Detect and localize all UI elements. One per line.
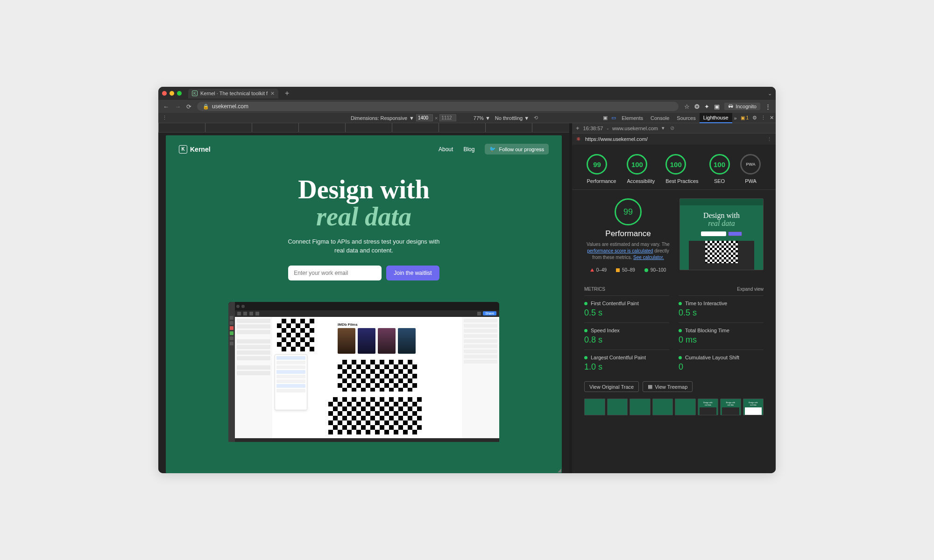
- score-seo[interactable]: 100SEO: [709, 154, 730, 184]
- score-accessibility[interactable]: 100Accessibility: [627, 154, 655, 184]
- tab-console[interactable]: Console: [647, 113, 673, 123]
- metric-fcp[interactable]: First Contentful Paint0.5 s: [584, 295, 669, 322]
- cta-row: Join the waitlist: [166, 266, 562, 280]
- filmstrip-frame[interactable]: [607, 399, 628, 415]
- panel-icon[interactable]: ▣: [714, 103, 720, 110]
- figma-left-rail: [228, 302, 235, 442]
- filmstrip-frame[interactable]: Design withreal data: [720, 399, 741, 415]
- site-logo[interactable]: K Kernel: [179, 145, 211, 154]
- filmstrip-frame[interactable]: [675, 399, 696, 415]
- incognito-badge: 🕶 Incognito: [724, 103, 760, 110]
- minimize-window-icon[interactable]: [170, 91, 174, 96]
- filmstrip-frame[interactable]: Design withreal data: [698, 399, 719, 415]
- responsive-viewport: K Kernel About Blog 🐦 Follow our progres…: [158, 123, 569, 473]
- lighthouse-panel: + 16:38:57 - www.usekernel.com ▾ ⊘ ⛯ htt…: [572, 123, 776, 473]
- treemap-icon: ▦: [648, 384, 652, 390]
- performance-note: Values are estimated and may vary. The p…: [584, 241, 672, 261]
- metric-lcp[interactable]: Largest Contentful Paint1.0 s: [584, 350, 669, 377]
- devtools-close-icon[interactable]: ✕: [768, 115, 776, 121]
- metric-tti[interactable]: Time to Interactive0.5 s: [679, 295, 764, 322]
- width-input[interactable]: [416, 114, 433, 121]
- rotate-icon[interactable]: ⟲: [534, 115, 538, 121]
- lighthouse-more-icon[interactable]: ⋮: [767, 136, 772, 142]
- browser-window: K Kernel · The technical toolkit f ✕ + ⌄…: [158, 87, 776, 473]
- browser-tab[interactable]: K Kernel · The technical toolkit f ✕: [188, 89, 278, 98]
- throttle-dropdown[interactable]: No throttling ▼: [495, 115, 529, 121]
- see-calculator-link[interactable]: See calculator.: [633, 255, 664, 260]
- url-field[interactable]: 🔒 usekernel.com: [197, 102, 679, 111]
- zoom-throttle: 77% ▼ No throttling ▼ ⟲: [474, 115, 538, 121]
- lighthouse-url: https://www.usekernel.com/: [585, 136, 648, 142]
- nav-blog[interactable]: Blog: [463, 146, 474, 153]
- nav-back-icon[interactable]: ←: [163, 103, 169, 110]
- email-input[interactable]: [288, 266, 382, 280]
- close-tab-icon[interactable]: ✕: [270, 91, 275, 97]
- lock-icon: 🔒: [203, 104, 209, 110]
- nav-forward-icon: →: [175, 103, 181, 110]
- address-bar: ← → ⟳ 🔒 usekernel.com ☆ ❂ ✦ ▣ 🕶 Incognit…: [158, 100, 776, 113]
- metric-si[interactable]: Speed Index0.8 s: [584, 322, 669, 350]
- filmstrip-frame[interactable]: Design withreal data: [743, 399, 764, 415]
- tab-bar: K Kernel · The technical toolkit f ✕ + ⌄: [158, 87, 776, 100]
- metrics-grid: First Contentful Paint0.5 s Time to Inte…: [572, 295, 776, 377]
- trace-buttons: View Original Trace ▦View Treemap: [572, 377, 776, 397]
- clear-run-icon[interactable]: ⊘: [670, 125, 674, 131]
- star-icon[interactable]: ☆: [684, 103, 690, 110]
- triangle-icon: [590, 268, 594, 272]
- score-performance[interactable]: 99Performance: [587, 154, 616, 184]
- menu-icon[interactable]: ⋮: [765, 103, 771, 110]
- device-more-icon[interactable]: ⋮: [158, 115, 171, 121]
- perf-calc-link[interactable]: performance score is calculated: [587, 248, 653, 253]
- logo-mark-icon: K: [179, 145, 187, 154]
- metric-cls[interactable]: Cumulative Layout Shift0: [679, 350, 764, 377]
- score-best-practices[interactable]: 100Best Practices: [665, 154, 698, 184]
- dimensions-label[interactable]: Dimensions: Responsive: [351, 115, 407, 121]
- tab-elements[interactable]: Elements: [618, 113, 647, 123]
- brand-name: Kernel: [190, 146, 211, 153]
- zoom-dropdown[interactable]: 77% ▼: [474, 115, 490, 121]
- page-wrap: K Kernel About Blog 🐦 Follow our progres…: [158, 133, 569, 473]
- favicon-icon: K: [192, 91, 198, 96]
- inspect-element-icon[interactable]: ▣: [601, 115, 609, 121]
- tabs-menu-icon[interactable]: ⌄: [768, 91, 772, 97]
- metric-tbt[interactable]: Total Blocking Time0 ms: [679, 322, 764, 350]
- chevron-down-icon[interactable]: ▾: [662, 125, 665, 131]
- resize-handle-icon[interactable]: ◢: [557, 467, 562, 473]
- maximize-window-icon[interactable]: [177, 91, 182, 96]
- view-original-trace-button[interactable]: View Original Trace: [584, 381, 639, 392]
- filmstrip-frame[interactable]: [652, 399, 673, 415]
- chevron-down-icon[interactable]: ▼: [409, 115, 414, 121]
- settings-wheel-icon[interactable]: ❂: [694, 103, 700, 110]
- device-toolbar: ⋮ Dimensions: Responsive ▼ × 77% ▼ No th…: [158, 113, 776, 123]
- devtools-menu-icon[interactable]: ⋮: [759, 115, 768, 121]
- hero-headline: Design with real data: [166, 176, 562, 230]
- panel-divider[interactable]: [569, 123, 572, 473]
- new-tab-button[interactable]: +: [282, 89, 292, 98]
- filmstrip-frame[interactable]: [630, 399, 651, 415]
- hero: Design with real data Connect Figma to A…: [166, 163, 562, 280]
- view-treemap-button[interactable]: ▦View Treemap: [643, 381, 693, 392]
- extensions-icon[interactable]: ✦: [704, 103, 709, 110]
- filmstrip: Design withreal data Design withreal dat…: [572, 397, 776, 420]
- run-time: 16:38:57: [583, 126, 603, 131]
- height-input[interactable]: [439, 114, 456, 121]
- devtools-settings-icon[interactable]: ⚙: [750, 115, 759, 121]
- device-mode-icon[interactable]: ▭: [609, 115, 618, 121]
- join-waitlist-button[interactable]: Join the waitlist: [386, 266, 439, 280]
- score-pwa[interactable]: PWAPWA: [740, 154, 761, 184]
- incognito-icon: 🕶: [728, 104, 733, 109]
- new-run-icon[interactable]: +: [576, 125, 580, 132]
- warnings-badge[interactable]: ▣ 1: [739, 115, 750, 120]
- expand-view-link[interactable]: Expand view: [737, 287, 764, 292]
- reload-icon[interactable]: ⟳: [186, 103, 191, 110]
- tab-sources[interactable]: Sources: [673, 113, 699, 123]
- performance-big-gauge: 99: [615, 198, 642, 225]
- filmstrip-frame[interactable]: [584, 399, 605, 415]
- hero-line2: real data: [316, 202, 411, 231]
- tab-lighthouse[interactable]: Lighthouse: [700, 113, 732, 123]
- run-host[interactable]: www.usekernel.com: [612, 126, 658, 131]
- follow-button[interactable]: 🐦 Follow our progress: [485, 144, 549, 154]
- nav-about[interactable]: About: [439, 146, 453, 153]
- close-window-icon[interactable]: [162, 91, 167, 96]
- tabs-overflow-icon[interactable]: »: [732, 115, 739, 121]
